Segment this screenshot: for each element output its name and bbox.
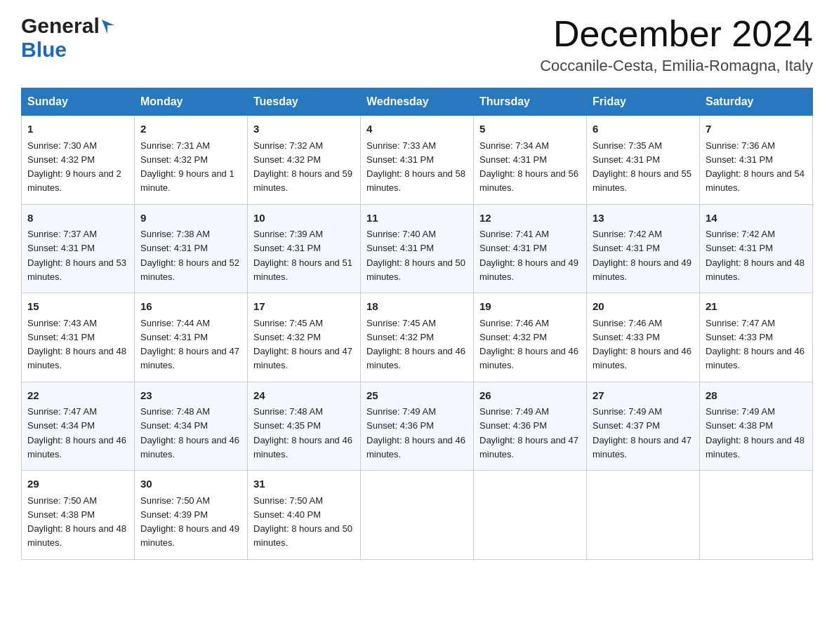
day-number: 24 — [253, 388, 355, 404]
day-info: Sunrise: 7:42 AMSunset: 4:31 PMDaylight:… — [593, 229, 691, 282]
calendar-header-row: Sunday Monday Tuesday Wednesday Thursday… — [22, 88, 813, 116]
calendar-week-row: 8 Sunrise: 7:37 AMSunset: 4:31 PMDayligh… — [22, 204, 813, 293]
day-info: Sunrise: 7:39 AMSunset: 4:31 PMDaylight:… — [253, 229, 352, 282]
col-monday: Monday — [135, 88, 248, 116]
day-number: 27 — [593, 388, 694, 404]
day-info: Sunrise: 7:31 AMSunset: 4:32 PMDaylight:… — [140, 140, 234, 194]
page-header: General Blue December 2024 Coccanile-Ces… — [21, 14, 813, 75]
title-section: December 2024 Coccanile-Cesta, Emilia-Ro… — [540, 14, 813, 75]
day-number: 6 — [593, 121, 694, 137]
day-number: 22 — [27, 388, 128, 404]
table-row: 10 Sunrise: 7:39 AMSunset: 4:31 PMDaylig… — [248, 204, 361, 293]
day-info: Sunrise: 7:49 AMSunset: 4:37 PMDaylight:… — [593, 406, 691, 459]
day-info: Sunrise: 7:40 AMSunset: 4:31 PMDaylight:… — [366, 229, 465, 282]
table-row: 9 Sunrise: 7:38 AMSunset: 4:31 PMDayligh… — [135, 204, 248, 293]
table-row — [700, 471, 813, 560]
day-number: 7 — [706, 121, 807, 137]
day-info: Sunrise: 7:43 AMSunset: 4:31 PMDaylight:… — [27, 318, 126, 371]
day-info: Sunrise: 7:32 AMSunset: 4:32 PMDaylight:… — [253, 140, 352, 194]
day-info: Sunrise: 7:42 AMSunset: 4:31 PMDaylight:… — [706, 229, 805, 282]
day-number: 3 — [253, 121, 355, 137]
table-row: 25 Sunrise: 7:49 AMSunset: 4:36 PMDaylig… — [361, 382, 474, 471]
day-info: Sunrise: 7:50 AMSunset: 4:38 PMDaylight:… — [27, 495, 126, 549]
day-number: 4 — [366, 121, 468, 137]
logo-arrow-icon — [102, 20, 114, 34]
day-info: Sunrise: 7:41 AMSunset: 4:31 PMDaylight:… — [479, 229, 578, 282]
table-row: 21 Sunrise: 7:47 AMSunset: 4:33 PMDaylig… — [700, 293, 813, 382]
table-row: 5 Sunrise: 7:34 AMSunset: 4:31 PMDayligh… — [474, 116, 587, 205]
table-row: 14 Sunrise: 7:42 AMSunset: 4:31 PMDaylig… — [700, 204, 813, 293]
table-row — [361, 471, 474, 560]
day-number: 21 — [706, 299, 807, 315]
col-sunday: Sunday — [22, 88, 135, 116]
day-info: Sunrise: 7:47 AMSunset: 4:34 PMDaylight:… — [27, 406, 126, 459]
day-number: 5 — [479, 121, 581, 137]
logo-blue-text: Blue — [21, 38, 67, 62]
day-number: 20 — [593, 299, 694, 315]
day-info: Sunrise: 7:46 AMSunset: 4:32 PMDaylight:… — [479, 318, 578, 371]
day-info: Sunrise: 7:49 AMSunset: 4:38 PMDaylight:… — [706, 406, 805, 459]
location-subtitle: Coccanile-Cesta, Emilia-Romagna, Italy — [540, 57, 813, 75]
logo-general-text: General — [21, 14, 100, 38]
col-thursday: Thursday — [474, 88, 587, 116]
day-number: 16 — [140, 299, 241, 315]
day-info: Sunrise: 7:48 AMSunset: 4:34 PMDaylight:… — [140, 406, 239, 459]
day-info: Sunrise: 7:34 AMSunset: 4:31 PMDaylight:… — [479, 140, 578, 194]
table-row: 26 Sunrise: 7:49 AMSunset: 4:36 PMDaylig… — [474, 382, 587, 471]
day-info: Sunrise: 7:48 AMSunset: 4:35 PMDaylight:… — [253, 406, 352, 459]
table-row: 30 Sunrise: 7:50 AMSunset: 4:39 PMDaylig… — [135, 471, 248, 560]
day-info: Sunrise: 7:49 AMSunset: 4:36 PMDaylight:… — [479, 406, 578, 459]
table-row: 18 Sunrise: 7:45 AMSunset: 4:32 PMDaylig… — [361, 293, 474, 382]
day-number: 30 — [140, 476, 241, 492]
day-info: Sunrise: 7:30 AMSunset: 4:32 PMDaylight:… — [27, 140, 121, 194]
col-friday: Friday — [587, 88, 700, 116]
table-row: 6 Sunrise: 7:35 AMSunset: 4:31 PMDayligh… — [587, 116, 700, 205]
col-saturday: Saturday — [700, 88, 813, 116]
table-row: 28 Sunrise: 7:49 AMSunset: 4:38 PMDaylig… — [700, 382, 813, 471]
table-row: 27 Sunrise: 7:49 AMSunset: 4:37 PMDaylig… — [587, 382, 700, 471]
table-row: 15 Sunrise: 7:43 AMSunset: 4:31 PMDaylig… — [22, 293, 135, 382]
day-info: Sunrise: 7:37 AMSunset: 4:31 PMDaylight:… — [27, 229, 126, 282]
table-row: 8 Sunrise: 7:37 AMSunset: 4:31 PMDayligh… — [22, 204, 135, 293]
day-number: 26 — [479, 388, 581, 404]
day-number: 13 — [593, 210, 694, 227]
day-info: Sunrise: 7:33 AMSunset: 4:31 PMDaylight:… — [366, 140, 465, 194]
table-row — [474, 471, 587, 560]
table-row: 29 Sunrise: 7:50 AMSunset: 4:38 PMDaylig… — [22, 471, 135, 560]
day-number: 9 — [140, 210, 241, 227]
table-row: 2 Sunrise: 7:31 AMSunset: 4:32 PMDayligh… — [135, 116, 248, 205]
day-number: 2 — [140, 121, 241, 137]
svg-marker-0 — [102, 20, 114, 34]
table-row: 23 Sunrise: 7:48 AMSunset: 4:34 PMDaylig… — [135, 382, 248, 471]
day-number: 29 — [27, 476, 128, 492]
day-number: 11 — [366, 210, 468, 227]
table-row: 19 Sunrise: 7:46 AMSunset: 4:32 PMDaylig… — [474, 293, 587, 382]
day-info: Sunrise: 7:36 AMSunset: 4:31 PMDaylight:… — [706, 140, 805, 194]
table-row: 22 Sunrise: 7:47 AMSunset: 4:34 PMDaylig… — [22, 382, 135, 471]
day-info: Sunrise: 7:46 AMSunset: 4:33 PMDaylight:… — [593, 318, 691, 371]
day-info: Sunrise: 7:44 AMSunset: 4:31 PMDaylight:… — [140, 318, 239, 371]
day-info: Sunrise: 7:50 AMSunset: 4:40 PMDaylight:… — [253, 495, 352, 549]
day-number: 1 — [27, 121, 128, 137]
day-info: Sunrise: 7:45 AMSunset: 4:32 PMDaylight:… — [366, 318, 465, 371]
table-row: 7 Sunrise: 7:36 AMSunset: 4:31 PMDayligh… — [700, 116, 813, 205]
day-number: 10 — [253, 210, 355, 227]
table-row — [587, 471, 700, 560]
calendar-table: Sunday Monday Tuesday Wednesday Thursday… — [21, 88, 813, 560]
month-title: December 2024 — [540, 14, 813, 54]
day-number: 19 — [479, 299, 581, 315]
table-row: 11 Sunrise: 7:40 AMSunset: 4:31 PMDaylig… — [361, 204, 474, 293]
day-number: 18 — [366, 299, 468, 315]
table-row: 4 Sunrise: 7:33 AMSunset: 4:31 PMDayligh… — [361, 116, 474, 205]
day-info: Sunrise: 7:47 AMSunset: 4:33 PMDaylight:… — [706, 318, 805, 371]
table-row: 17 Sunrise: 7:45 AMSunset: 4:32 PMDaylig… — [248, 293, 361, 382]
day-number: 15 — [27, 299, 128, 315]
day-number: 25 — [366, 388, 468, 404]
table-row: 24 Sunrise: 7:48 AMSunset: 4:35 PMDaylig… — [248, 382, 361, 471]
table-row: 3 Sunrise: 7:32 AMSunset: 4:32 PMDayligh… — [248, 116, 361, 205]
day-number: 31 — [253, 476, 355, 492]
table-row: 20 Sunrise: 7:46 AMSunset: 4:33 PMDaylig… — [587, 293, 700, 382]
table-row: 12 Sunrise: 7:41 AMSunset: 4:31 PMDaylig… — [474, 204, 587, 293]
table-row: 16 Sunrise: 7:44 AMSunset: 4:31 PMDaylig… — [135, 293, 248, 382]
day-info: Sunrise: 7:45 AMSunset: 4:32 PMDaylight:… — [253, 318, 352, 371]
